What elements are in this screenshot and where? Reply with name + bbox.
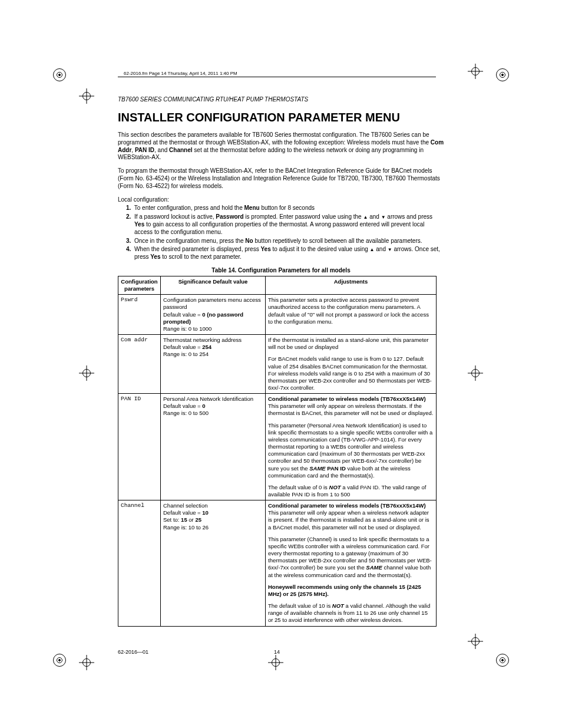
crop-cross-icon [268,655,283,670]
registration-mark-icon [496,68,509,81]
param-significance: Channel selection Default value = 10 Set… [161,500,266,626]
page-number: 14 [274,649,280,655]
step-2: 2. If a password lockout is active, Pass… [126,213,444,236]
page: 62-2016.fm Page 14 Thursday, April 14, 2… [0,0,562,696]
local-config-label: Local configuration: [118,196,444,204]
table-caption: Table 14. Configuration Parameters for a… [118,267,444,274]
crop-cross-icon [468,634,483,649]
page-heading: INSTALLER CONFIGURATION PARAMETER MENU [118,111,444,124]
param-name: Com addr [118,335,161,394]
running-head: TB7600 SERIES COMMUNICATING RTU/HEAT PUM… [118,96,444,103]
top-rule [118,77,436,77]
step-3: 3. Once in the configuration menu, press… [126,238,444,245]
col-header-param: Configuration parameters [118,276,161,294]
printers-note: 62-2016.fm Page 14 Thursday, April 14, 2… [124,71,237,76]
up-arrow-icon: ▲ [370,247,375,252]
step-4: 4. When the desired parameter is display… [126,246,444,261]
param-adjustments: If the thermostat is installed as a stan… [266,335,437,394]
intro-paragraph-2: To program the thermostat through WEBSta… [118,167,444,190]
table-row: Com addr Thermostat networking address D… [118,335,437,394]
table-row: Channel Channel selection Default value … [118,500,437,626]
crop-cross-icon [79,655,94,670]
table-row: Pswrd Configuration parameters menu acce… [118,295,437,335]
down-arrow-icon: ▼ [388,247,392,252]
config-parameters-table: Configuration parameters Significance De… [118,276,437,627]
col-header-adjustments: Adjustments [266,276,437,294]
param-adjustments: Conditional parameter to wireless models… [266,500,437,626]
crop-cross-icon [79,365,94,381]
registration-mark-icon [53,68,66,81]
crop-cross-icon [468,365,483,381]
param-significance: Configuration parameters menu access pas… [161,295,266,335]
param-name: Pswrd [118,295,161,335]
table-row: PAN ID Personal Area Network Identificat… [118,394,437,500]
param-significance: Thermostat networking address Default va… [161,335,266,394]
param-adjustments: This parameter sets a protective access … [266,295,437,335]
param-name: PAN ID [118,394,161,500]
crop-cross-icon [468,64,483,79]
registration-mark-icon [496,654,509,667]
table-header-row: Configuration parameters Significance De… [118,276,437,294]
col-header-significance: Significance Default value [161,276,266,294]
down-arrow-icon: ▼ [381,215,386,220]
local-config-steps: 1. To enter configuration, press and hol… [118,205,444,261]
intro-paragraph-1: This section describes the parameters av… [118,131,444,162]
param-significance: Personal Area Network Identification Def… [161,394,266,500]
step-1: 1. To enter configuration, press and hol… [126,205,444,212]
param-name: Channel [118,500,161,626]
param-adjustments: Conditional parameter to wireless models… [266,394,437,500]
crop-cross-icon [79,88,94,104]
doc-number: 62-2016—01 [118,649,148,655]
registration-mark-icon [53,654,66,667]
